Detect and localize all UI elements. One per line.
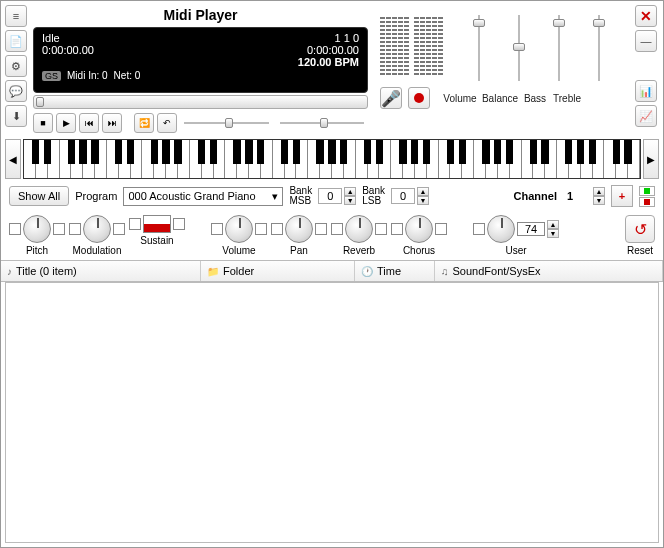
cho-check[interactable]: [391, 223, 403, 235]
add-channel-button[interactable]: +: [611, 185, 633, 207]
red-indicator[interactable]: [639, 197, 655, 207]
lcd-time-left: 0:00:00.00: [42, 44, 94, 56]
col-soundfont[interactable]: ♫SoundFont/SysEx: [435, 261, 663, 281]
record-icon: [414, 93, 424, 103]
lcd-bpm: 120.00 BPM: [298, 56, 359, 68]
bank-msb-down[interactable]: ▼: [344, 196, 356, 205]
pan-check[interactable]: [271, 223, 283, 235]
transport-bar: ■ ▶ ⏮ ⏭ 🔁 ↶: [33, 113, 368, 133]
col-folder[interactable]: 📁Folder: [201, 261, 355, 281]
user-down[interactable]: ▼: [547, 229, 559, 238]
channel-down[interactable]: ▼: [593, 196, 605, 205]
sus-check2[interactable]: [173, 218, 185, 230]
pitch-slider[interactable]: [280, 116, 365, 130]
pitch-knob[interactable]: [23, 215, 51, 243]
vol-check[interactable]: [211, 223, 223, 235]
lcd-midi-in: Midi In: 0: [67, 70, 108, 81]
piano-keyboard[interactable]: [23, 139, 641, 179]
right-toolbar: ✕ — 📊 📈: [635, 5, 659, 127]
left-toolbar: ≡ 📄 ⚙ 💬 ⬇: [5, 5, 29, 127]
pitch-check[interactable]: [9, 223, 21, 235]
col-title[interactable]: ♪Title (0 item): [1, 261, 201, 281]
lcd-counters: 1 1 0: [335, 32, 359, 44]
sus-check[interactable]: [129, 218, 141, 230]
bank-lsb-input[interactable]: [391, 188, 415, 204]
indicator-buttons: [639, 186, 655, 207]
sustain-label: Sustain: [140, 235, 173, 246]
volume-knob-label: Volume: [222, 245, 255, 256]
piano-scroll-left[interactable]: ◀: [5, 139, 21, 179]
chat-button[interactable]: 💬: [5, 80, 27, 102]
bank-msb-up[interactable]: ▲: [344, 187, 356, 196]
stop-button[interactable]: ■: [33, 113, 53, 133]
program-dropdown[interactable]: 000 Acoustic Grand Piano▾: [123, 187, 283, 206]
rev-check2[interactable]: [375, 223, 387, 235]
volume-slider[interactable]: [471, 11, 487, 101]
pitch-check2[interactable]: [53, 223, 65, 235]
user-value-input[interactable]: [517, 222, 545, 236]
play-button[interactable]: ▶: [56, 113, 76, 133]
mod-check2[interactable]: [113, 223, 125, 235]
pitch-label: Pitch: [26, 245, 48, 256]
bank-lsb-spinner[interactable]: ▲▼: [391, 187, 429, 205]
reset-label: Reset: [627, 245, 653, 256]
cho-check2[interactable]: [435, 223, 447, 235]
seek-bar[interactable]: [33, 95, 368, 109]
chevron-down-icon: ▾: [272, 190, 278, 203]
user-up[interactable]: ▲: [547, 220, 559, 229]
graph-button[interactable]: 📈: [635, 105, 657, 127]
pan-check2[interactable]: [315, 223, 327, 235]
treble-slider[interactable]: [591, 11, 607, 101]
knob-row: Pitch Modulation Sustain Volume Pan Reve…: [1, 211, 663, 260]
bass-slider[interactable]: [551, 11, 567, 101]
reverb-knob[interactable]: [345, 215, 373, 243]
settings-button[interactable]: ⚙: [5, 55, 27, 77]
down-button[interactable]: ⬇: [5, 105, 27, 127]
tempo-slider[interactable]: [184, 116, 269, 130]
bank-lsb-label: Bank LSB: [362, 186, 385, 206]
stats-button[interactable]: 📊: [635, 80, 657, 102]
volume-knob[interactable]: [225, 215, 253, 243]
record-button[interactable]: [408, 87, 430, 109]
file-button[interactable]: 📄: [5, 30, 27, 52]
minimize-button[interactable]: —: [635, 30, 657, 52]
bank-msb-label: Bank MSB: [289, 186, 312, 206]
balance-slider[interactable]: [511, 11, 527, 101]
undo-button[interactable]: ↶: [157, 113, 177, 133]
modulation-knob[interactable]: [83, 215, 111, 243]
sustain-pedal[interactable]: [143, 215, 171, 233]
lcd-net: Net: 0: [114, 70, 141, 81]
folder-icon: 📁: [207, 266, 219, 277]
next-button[interactable]: ⏭: [102, 113, 122, 133]
piano-scroll-right[interactable]: ▶: [643, 139, 659, 179]
loop-button[interactable]: 🔁: [134, 113, 154, 133]
rev-check[interactable]: [331, 223, 343, 235]
close-button[interactable]: ✕: [635, 5, 657, 27]
green-indicator[interactable]: [639, 186, 655, 196]
clock-icon: 🕐: [361, 266, 373, 277]
center-panel: Midi Player Idle 1 1 0 0:00:00.00 0:00:0…: [33, 5, 368, 133]
mixer-panel: 🎤 Volume Balance Bass Treble: [372, 5, 631, 109]
vol-check2[interactable]: [255, 223, 267, 235]
user-check[interactable]: [473, 223, 485, 235]
bank-lsb-up[interactable]: ▲: [417, 187, 429, 196]
pan-knob[interactable]: [285, 215, 313, 243]
show-all-button[interactable]: Show All: [9, 186, 69, 206]
modulation-label: Modulation: [73, 245, 122, 256]
bank-lsb-down[interactable]: ▼: [417, 196, 429, 205]
user-knob[interactable]: [487, 215, 515, 243]
chorus-knob[interactable]: [405, 215, 433, 243]
reset-button[interactable]: ↺: [625, 215, 655, 243]
bank-msb-input[interactable]: [318, 188, 342, 204]
playlist-area[interactable]: [5, 282, 659, 543]
top-section: ≡ 📄 ⚙ 💬 ⬇ Midi Player Idle 1 1 0 0:00:00…: [1, 1, 663, 137]
menu-button[interactable]: ≡: [5, 5, 27, 27]
lcd-state: Idle: [42, 32, 60, 44]
bank-msb-spinner[interactable]: ▲▼: [318, 187, 356, 205]
mod-check[interactable]: [69, 223, 81, 235]
channel-up[interactable]: ▲: [593, 187, 605, 196]
prev-button[interactable]: ⏮: [79, 113, 99, 133]
col-time[interactable]: 🕐Time: [355, 261, 435, 281]
piano-row: ◀ ▶: [1, 137, 663, 181]
mic-button[interactable]: 🎤: [380, 87, 402, 109]
